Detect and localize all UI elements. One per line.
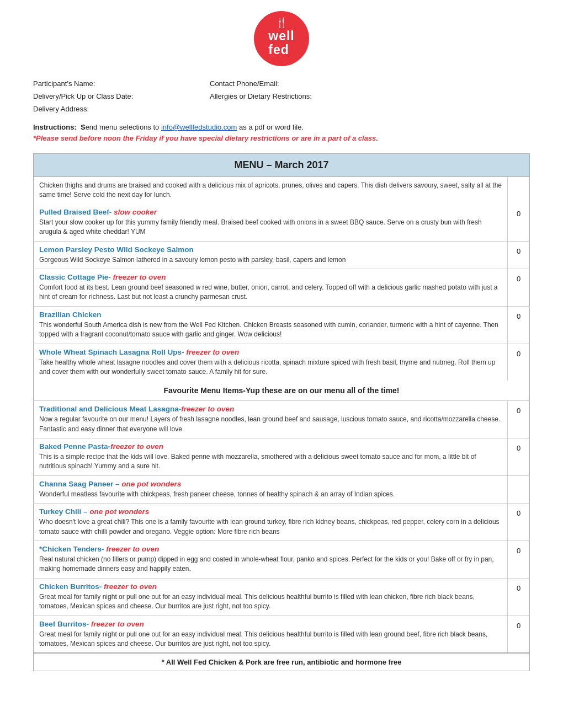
item-title: Lemon Parsley Pesto Wild Sockeye Salmon <box>39 245 502 254</box>
menu-header-row: MENU – March 2017 <box>34 154 530 177</box>
first-item-row: Chicken thighs and drums are braised and… <box>34 177 530 204</box>
item-title: Traditional and Delicious Meat Lasagna-f… <box>39 405 502 413</box>
table-row: Channa Saag Paneer – one pot wonders Won… <box>34 475 530 503</box>
table-row: Whole Wheat Spinach Lasagna Roll Ups- fr… <box>34 344 530 381</box>
item-qty: 0 <box>508 401 530 438</box>
form-row-1: Participant's Name: Contact Phone/Email: <box>33 79 530 88</box>
item-qty: 0 <box>508 204 530 241</box>
item-title-brazilian: Brazilian Chicken <box>39 311 502 319</box>
table-row: Traditional and Delicious Meat Lasagna-f… <box>34 401 530 438</box>
item-qty: 0 <box>508 541 530 579</box>
instructions-bold-prefix: Instructions: Send menu selections to <box>33 123 161 131</box>
email-link[interactable]: info@wellfedstudio.com <box>161 123 237 131</box>
menu-table: MENU – March 2017 Chicken thighs and dru… <box>33 153 530 671</box>
favourite-header-row: Favourite Menu Items-Yup these are on ou… <box>34 381 530 401</box>
table-row: Turkey Chili – one pot wonders Who doesn… <box>34 504 530 541</box>
item-qty: 0 <box>508 306 530 344</box>
item-title: Whole Wheat Spinach Lasagna Roll Ups- fr… <box>39 348 502 356</box>
logo-text: well fed <box>268 29 294 57</box>
item-title: Chicken Burritos- freezer to oven <box>39 582 502 591</box>
table-row: Lemon Parsley Pesto Wild Sockeye Salmon … <box>34 241 530 269</box>
item-qty-channa <box>508 475 530 503</box>
table-row: *Chicken Tenders- freezer to oven Real n… <box>34 541 530 579</box>
menu-title: MENU – March 2017 <box>34 154 530 177</box>
instructions-italic-notice: *Please send before noon the Friday if y… <box>33 134 378 142</box>
form-row-2: Delivery/Pick Up or Class Date: Allergie… <box>33 92 530 100</box>
item-title: *Chicken Tenders- freezer to oven <box>39 545 502 553</box>
logo-area: 🍴 well fed <box>33 11 530 66</box>
item-title: Baked Penne Pasta-freezer to oven <box>39 442 502 451</box>
item-qty: 0 <box>508 269 530 306</box>
table-row: Chicken Burritos- freezer to oven Great … <box>34 578 530 615</box>
first-item-qty <box>508 177 530 204</box>
table-row: Beef Burritos- freezer to oven Great mea… <box>34 615 530 653</box>
item-qty: 0 <box>508 344 530 381</box>
logo-circle: 🍴 well fed <box>254 11 309 66</box>
participant-label: Participant's Name: <box>33 79 210 88</box>
instructions-block: Instructions: Send menu selections to in… <box>33 122 530 143</box>
delivery-label: Delivery/Pick Up or Class Date: <box>33 92 210 100</box>
item-cell: Pulled Braised Beef- slow cooker Start y… <box>34 204 508 241</box>
item-cell: Traditional and Delicious Meat Lasagna-f… <box>34 401 508 438</box>
allergies-label: Allergies or Dietary Restrictions: <box>210 92 530 100</box>
item-qty: 0 <box>508 504 530 541</box>
favourite-header: Favourite Menu Items-Yup these are on ou… <box>34 381 530 401</box>
form-fields: Participant's Name: Contact Phone/Email:… <box>33 79 530 113</box>
item-cell: Classic Cottage Pie- freezer to oven Com… <box>34 269 508 306</box>
item-qty: 0 <box>508 241 530 269</box>
item-cell: Lemon Parsley Pesto Wild Sockeye Salmon … <box>34 241 508 269</box>
contact-label: Contact Phone/Email: <box>210 79 530 88</box>
item-cell: Whole Wheat Spinach Lasagna Roll Ups- fr… <box>34 344 508 381</box>
address-label: Delivery Address: <box>33 105 210 113</box>
item-cell: Channa Saag Paneer – one pot wonders Won… <box>34 475 508 503</box>
item-cell: Chicken Burritos- freezer to oven Great … <box>34 578 508 615</box>
item-cell: Brazilian Chicken This wonderful South A… <box>34 306 508 344</box>
item-cell: Baked Penne Pasta-freezer to oven This i… <box>34 438 508 476</box>
item-title: Channa Saag Paneer – one pot wonders <box>39 480 502 488</box>
item-title: Classic Cottage Pie- freezer to oven <box>39 273 502 281</box>
fork-icon: 🍴 <box>275 18 288 29</box>
item-cell: Turkey Chili – one pot wonders Who doesn… <box>34 504 508 541</box>
table-row: Brazilian Chicken This wonderful South A… <box>34 306 530 344</box>
item-cell: Beef Burritos- freezer to oven Great mea… <box>34 615 508 653</box>
footer-row: * All Well Fed Chicken & Pork are free r… <box>34 653 530 671</box>
item-title: Beef Burritos- freezer to oven <box>39 620 502 628</box>
instructions-suffix: as a pdf or word file. <box>237 123 304 131</box>
item-title: Turkey Chili – one pot wonders <box>39 507 502 516</box>
item-cell: *Chicken Tenders- freezer to oven Real n… <box>34 541 508 579</box>
table-row: Classic Cottage Pie- freezer to oven Com… <box>34 269 530 306</box>
item-title: Pulled Braised Beef- slow cooker <box>39 208 502 216</box>
footer-text: * All Well Fed Chicken & Pork are free r… <box>34 653 530 671</box>
table-row: Baked Penne Pasta-freezer to oven This i… <box>34 438 530 476</box>
item-qty: 0 <box>508 578 530 615</box>
item-qty: 0 <box>508 438 530 476</box>
table-row: Pulled Braised Beef- slow cooker Start y… <box>34 204 530 241</box>
first-item-desc: Chicken thighs and drums are braised and… <box>34 177 508 204</box>
item-qty: 0 <box>508 615 530 653</box>
form-row-3: Delivery Address: <box>33 105 530 113</box>
